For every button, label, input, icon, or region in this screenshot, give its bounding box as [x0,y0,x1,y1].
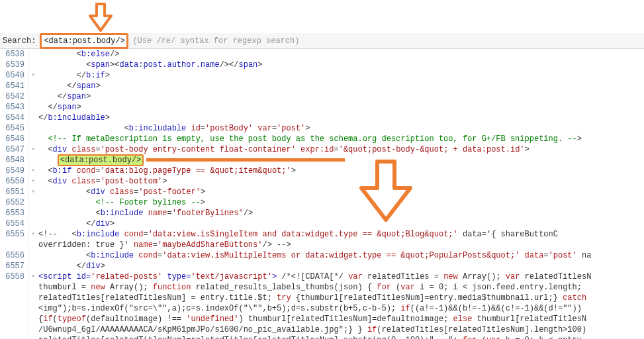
line-number: 6541 [0,81,24,91]
fold-marker[interactable] [29,123,37,134]
line-number: 6553 [0,208,24,218]
fold-marker[interactable] [29,208,37,218]
line-number-gutter: 6538653965406541654265436544654565466547… [0,49,29,339]
code-line[interactable]: <b:else/> [38,49,644,60]
fold-marker[interactable] [29,261,37,271]
line-number: 6540 [0,70,24,81]
fold-column: ▾▾▾▾▾▾▾ [29,49,37,339]
code-line[interactable]: <!-- <b:include cond='data:view.isSingle… [38,229,644,240]
search-hint: (Use /re/ syntax for regexp search) [132,36,299,46]
highlight-rule [146,158,345,162]
code-line[interactable]: </div> [38,218,644,229]
fold-marker[interactable]: ▾ [29,144,37,155]
code-line[interactable]: overridden: true }' name='maybeAddShareB… [38,240,644,250]
code-line[interactable]: </div> [38,261,644,271]
line-number: 6538 [0,49,24,60]
code-line[interactable]: <div class='post-bottom'> [38,176,644,187]
fold-marker[interactable] [29,155,37,166]
code-line[interactable]: <b:includable id='postBody' var='post'> [38,123,644,134]
code-line[interactable]: </span> [38,102,644,113]
line-number: 6557 [0,261,24,271]
code-line[interactable]: <b:include cond='data:view.isMultipleIte… [38,250,644,261]
fold-marker[interactable]: ▾ [29,187,37,197]
code-line[interactable]: <!-- Footer bylines --> [38,197,644,208]
code-line[interactable]: <data:post.body/> [38,155,644,166]
code-line[interactable]: <b:if cond='data:blog.pageType == &quot;… [38,166,644,176]
line-number: 6547 [0,144,24,155]
fold-marker[interactable]: ▾ [29,176,37,187]
fold-marker[interactable] [29,197,37,208]
line-number: 6539 [0,60,24,70]
fold-marker[interactable] [29,240,37,250]
code-editor[interactable]: 6538653965406541654265436544654565466547… [0,49,644,339]
fold-marker[interactable] [29,134,37,144]
code-line[interactable]: </b:includable> [38,113,644,123]
code-line[interactable]: </span> [38,81,644,91]
search-bar: Search: (Use /re/ syntax for regexp sear… [0,33,644,49]
line-number: 6545 [0,123,24,134]
fold-marker[interactable] [29,102,37,113]
fold-marker[interactable] [29,91,37,102]
search-match: <data:post.body/> [58,154,144,166]
fold-marker[interactable] [29,218,37,229]
fold-marker[interactable]: ▾ [29,229,37,240]
code-line[interactable]: <div class='post-footer'> [38,187,644,197]
code-area[interactable]: <b:else/> <span><data:post.author.name/>… [37,49,644,339]
line-number: 6551 [0,187,24,197]
arrow-to-match-icon [357,159,414,225]
search-input[interactable] [44,36,124,46]
line-number: 6555 [0,229,24,240]
fold-marker[interactable]: ▾ [29,271,37,339]
fold-marker[interactable] [29,81,37,91]
line-number: 6549 [0,166,24,176]
fold-marker[interactable] [29,49,37,60]
fold-marker[interactable] [29,250,37,261]
line-number: 6554 [0,218,24,229]
search-highlight-box [40,33,128,49]
code-line[interactable]: </span> [38,91,644,102]
code-line[interactable]: <b:include name='footerBylines'/> [38,208,644,218]
arrow-to-search-icon [87,3,114,34]
code-line[interactable]: <div class='post-body entry-content floa… [38,144,644,155]
fold-marker[interactable]: ▾ [29,166,37,176]
line-number [0,240,24,250]
code-line[interactable]: <script id='related-posts' type='text/ja… [38,271,644,339]
search-label: Search: [3,36,36,46]
line-number: 6558 [0,271,24,339]
code-line[interactable]: <!-- If metaDescription is empty, use th… [38,134,644,144]
line-number: 6556 [0,250,24,261]
line-number: 6543 [0,102,24,113]
line-number: 6546 [0,134,24,144]
fold-marker[interactable] [29,113,37,123]
line-number: 6542 [0,91,24,102]
fold-marker[interactable] [29,60,37,70]
line-number: 6544 [0,113,24,123]
fold-marker[interactable]: ▾ [29,70,37,81]
line-number: 6548 [0,155,24,166]
code-line[interactable]: <span><data:post.author.name/></span> [38,60,644,70]
line-number: 6552 [0,197,24,208]
line-number: 6550 [0,176,24,187]
code-line[interactable]: </b:if> [38,70,644,81]
